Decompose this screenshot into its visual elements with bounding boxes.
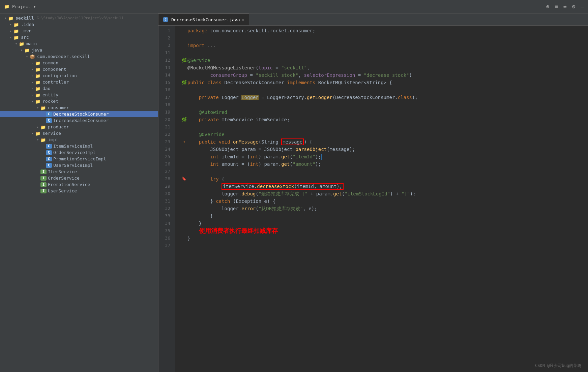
line-22-text: @Override [187, 131, 225, 138]
tree-consumer[interactable]: ▾ 📁 consumer [0, 104, 158, 111]
tree-configuration[interactable]: ▸ 📁 configuration [0, 72, 158, 79]
settings-icon[interactable]: ⚙ [572, 3, 576, 10]
component-icon: 📁 [35, 67, 41, 72]
code-line-14: consumerGroup = "seckill_stock", selecto… [181, 71, 588, 79]
tree-item-service-impl[interactable]: C ItemServiceImpl [0, 143, 158, 149]
os-label: OrderService [48, 176, 80, 181]
src-icon: 📁 [13, 35, 20, 40]
isc-icon: C [46, 118, 52, 123]
code-line-11 [181, 49, 588, 57]
producer-icon: 📁 [40, 125, 47, 129]
code-line-35: 使用消费者执行最终扣减库存 [181, 227, 588, 235]
tree-entity[interactable]: ▸ 📁 entity [0, 92, 158, 98]
root-arrow: ▾ [3, 16, 8, 20]
tree-component[interactable]: ▸ 📁 component [0, 66, 158, 72]
entity-label: entity [42, 92, 58, 97]
tree-order-service[interactable]: I OrderService [0, 175, 158, 181]
tree-common[interactable]: ▸ 📁 common [0, 60, 158, 66]
isi-arrow [40, 144, 46, 148]
impl-label: impl [48, 137, 58, 142]
dsc-arrow [40, 112, 46, 116]
tree-user-service[interactable]: I UserService [0, 188, 158, 194]
consumer-label: consumer [48, 105, 69, 110]
service-label: service [42, 131, 61, 136]
idea-label: .idea [21, 22, 34, 27]
tree-rocket[interactable]: ▾ 📁 rocket [0, 98, 158, 104]
code-line-19: @Autowired [181, 108, 588, 116]
code-line-13: @RocketMQMessageListener(topic = "seckil… [181, 64, 588, 71]
tree-service[interactable]: ▾ 📁 service [0, 130, 158, 136]
tree-order-service-impl[interactable]: C OrderServiceImpl [0, 149, 158, 156]
tree-src[interactable]: ▾ 📁 src [0, 34, 158, 40]
dropdown-icon[interactable]: ▾ [33, 4, 36, 9]
package-label: com.nowcoder.seckill [37, 54, 90, 59]
add-icon[interactable]: ⊕ [546, 3, 550, 10]
mvn-icon: 📁 [13, 29, 20, 33]
code-lines: package com.nowcoder.seckill.rocket.cons… [175, 26, 588, 372]
impl-icon: 📁 [40, 137, 47, 142]
psi-icon: C [46, 157, 52, 161]
usi-icon: C [46, 163, 52, 168]
line-19-text: @Autowired [187, 108, 227, 116]
src-arrow: ▾ [8, 35, 13, 39]
tree-package[interactable]: ▾ 📦 com.nowcoder.seckill [0, 53, 158, 60]
code-line-30: logger.debug("最终扣减库存完成 [" + param.get("i… [181, 190, 588, 197]
tree-promotion-service[interactable]: I PromotionService [0, 181, 158, 188]
dao-arrow: ▸ [30, 87, 35, 90]
tree-promotion-service-impl[interactable]: C PromotionServiceImpl [0, 156, 158, 162]
tree-controller[interactable]: ▸ 📁 controller [0, 79, 158, 85]
code-line-1: package com.nowcoder.seckill.rocket.cons… [181, 27, 588, 34]
tree-producer[interactable]: ▸ 📁 producer [0, 124, 158, 130]
java-arrow: ▾ [19, 48, 24, 52]
minimize-icon[interactable]: — [581, 3, 584, 10]
component-label: component [42, 67, 66, 72]
tab-bar: C DecreaseStockConsumer.java ✕ [158, 13, 588, 26]
tree-mvn[interactable]: ▸ 📁 .mvn [0, 28, 158, 34]
osi-arrow [40, 151, 46, 154]
main-label: main [26, 41, 37, 46]
usi-label: UserServiceImpl [53, 163, 93, 168]
package-icon: 📦 [30, 54, 36, 59]
common-label: common [42, 60, 58, 65]
tree-idea[interactable]: ▸ 📁 .idea [0, 21, 158, 28]
project-sidebar[interactable]: ▾ 📁 seckill G:\Study\JAVA\seckillProject… [0, 13, 158, 372]
tree-impl[interactable]: ▾ 📁 impl [0, 136, 158, 143]
editor-area: C DecreaseStockConsumer.java ✕ 1 2 3 11 … [158, 13, 588, 372]
watermark: CSDN @只会写bug的菜鸡 [535, 363, 581, 369]
tab-decrease-stock-consumer[interactable]: C DecreaseStockConsumer.java ✕ [158, 13, 249, 25]
tab-close-button[interactable]: ✕ [242, 18, 244, 22]
line-15-text: public class DecreaseStockConsumer imple… [187, 79, 392, 86]
code-line-17: private Logger Logger = LoggerFactory.ge… [181, 94, 588, 101]
line-29-text: itemService.decreaseStock(itemId, amount… [187, 183, 344, 190]
gutter-12: 🌿 [181, 57, 187, 64]
tree-user-service-impl[interactable]: C UserServiceImpl [0, 162, 158, 168]
tree-root[interactable]: ▾ 📁 seckill G:\Study\JAVA\seckillProject… [0, 15, 158, 21]
common-icon: 📁 [35, 61, 41, 65]
tree-main[interactable]: ▾ 📁 main [0, 40, 158, 47]
tree-increase-sales-consumer[interactable]: C IncreaseSalesConsumer [0, 117, 158, 124]
us-label: UserService [48, 188, 77, 193]
tree-decrease-stock-consumer[interactable]: C DecreaseStockConsumer [0, 111, 158, 117]
code-line-21 [181, 123, 588, 131]
list-icon[interactable]: ≡ [555, 3, 558, 10]
tab-file-icon: C [163, 17, 168, 22]
code-line-36: } [181, 235, 588, 242]
tree-dao[interactable]: ▸ 📁 dao [0, 85, 158, 92]
line-26-text: int amount = (int) param.get("amount"); [187, 160, 321, 168]
title-bar-icons: ⊕ ≡ ⇌ ⚙ — [546, 3, 584, 10]
code-editor[interactable]: 1 2 3 11 12 13 14 15 16 17 18 19 20 21 2… [158, 26, 588, 372]
line-23-text: public void onMessage(String message) { [187, 138, 312, 146]
line-1-text: package com.nowcoder.seckill.rocket.cons… [187, 27, 315, 34]
line-24-text: JSONObject param = JSONObject.parseObjec… [187, 146, 355, 153]
os-icon: I [40, 176, 47, 181]
code-line-26: int amount = (int) param.get("amount"); [181, 160, 588, 168]
src-label: src [21, 35, 29, 40]
entity-arrow: ▸ [30, 93, 35, 97]
dao-label: dao [42, 86, 50, 91]
is-label: ItemService [48, 169, 77, 174]
tree-java[interactable]: ▾ 📁 java [0, 47, 158, 53]
tree-item-service[interactable]: I ItemService [0, 168, 158, 175]
sync-icon[interactable]: ⇌ [563, 3, 567, 10]
component-arrow: ▸ [30, 67, 35, 71]
ps-arrow [35, 183, 40, 186]
